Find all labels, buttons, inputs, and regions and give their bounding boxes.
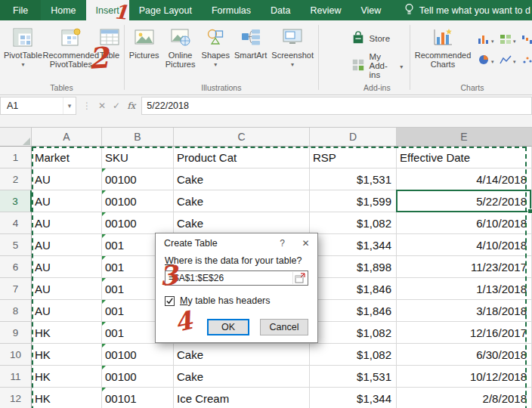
table-range-input[interactable]: =$A$1:$E$26 [165, 270, 308, 286]
cell-D11[interactable]: $1,531 [310, 366, 397, 388]
cell-D12[interactable]: $1,344 [310, 388, 397, 408]
row-header-6[interactable]: 6 [0, 256, 32, 278]
row-header-5[interactable]: 5 [0, 234, 32, 256]
cell-E8[interactable]: 3/18/2018 [397, 300, 532, 322]
cell-A1[interactable]: Market [32, 147, 102, 168]
cell-D8[interactable]: $1,846 [310, 300, 397, 322]
column-header-a[interactable]: A [32, 128, 102, 147]
cell-D2[interactable]: $1,531 [310, 168, 397, 190]
headers-checkbox[interactable] [165, 296, 175, 306]
cell-C4[interactable]: Cake [174, 212, 310, 234]
row-header-9[interactable]: 9 [0, 322, 32, 344]
cancel-entry-icon[interactable] [98, 100, 106, 111]
cell-A5[interactable]: AU [32, 234, 102, 256]
pivottable-button[interactable]: PivotTable [2, 22, 45, 71]
cell-E1[interactable]: Effective Date [397, 147, 532, 168]
column-chart-button[interactable] [478, 29, 498, 48]
tell-me-box[interactable]: Tell me what you want to d [404, 0, 532, 20]
ok-button[interactable]: OK [207, 319, 249, 335]
cell-D4[interactable]: $1,082 [310, 212, 397, 234]
ribbon-tab-data[interactable]: Data [261, 0, 300, 20]
cell-D10[interactable]: $1,082 [310, 344, 397, 366]
store-button[interactable]: Store [347, 28, 395, 49]
cell-C10[interactable]: Cake [174, 344, 310, 366]
cell-E6[interactable]: 11/23/2017 [397, 256, 532, 278]
cell-B12[interactable]: 00101 [102, 388, 174, 408]
pie-chart-button[interactable] [478, 50, 498, 69]
cell-B1[interactable]: SKU [102, 147, 174, 168]
my-addins-button[interactable]: My Add-ins [347, 49, 408, 82]
cell-B11[interactable]: 00100 [102, 366, 174, 388]
dialog-help-button[interactable] [271, 233, 294, 252]
column-header-b[interactable]: B [102, 128, 174, 147]
cell-B3[interactable]: 00100 [102, 190, 174, 212]
range-selector-button[interactable] [292, 272, 306, 284]
cell-B4[interactable]: 00100 [102, 212, 174, 234]
cell-C12[interactable]: Ice Cream [174, 388, 310, 408]
table-button[interactable]: Table [97, 22, 122, 61]
row-header-3[interactable]: 3 [0, 190, 32, 212]
hierarchy-chart-button[interactable] [500, 29, 520, 48]
waterfall-chart-button[interactable] [521, 29, 532, 48]
cell-E10[interactable]: 6/30/2018 [397, 344, 532, 366]
cell-D9[interactable]: $1,082 [310, 322, 397, 344]
cell-A3[interactable]: AU [32, 190, 102, 212]
screenshot-button[interactable]: Screenshot [269, 22, 316, 71]
row-header-7[interactable]: 7 [0, 278, 32, 300]
online-pictures-button[interactable]: Online Pictures [162, 22, 200, 70]
row-header-8[interactable]: 8 [0, 300, 32, 322]
ribbon-tab-file[interactable]: File [0, 0, 41, 20]
smartart-button[interactable]: SmartArt [232, 22, 269, 61]
cell-E3[interactable]: 5/22/2018 [397, 190, 532, 212]
cell-D6[interactable]: $1,898 [310, 256, 397, 278]
cell-D7[interactable]: $1,846 [310, 278, 397, 300]
cell-A10[interactable]: HK [32, 344, 102, 366]
cell-A9[interactable]: HK [32, 322, 102, 344]
ribbon-tab-formulas[interactable]: Formulas [202, 0, 261, 20]
confirm-entry-icon[interactable] [113, 100, 120, 111]
cell-A12[interactable]: HK [32, 388, 102, 408]
cell-C2[interactable]: Cake [174, 168, 310, 190]
insert-function-icon[interactable] [127, 100, 135, 111]
recommended-charts-button[interactable]: Recommended Charts [413, 22, 473, 70]
row-header-11[interactable]: 11 [0, 366, 32, 388]
formula-input[interactable]: 5/22/2018 [141, 97, 532, 115]
cell-D1[interactable]: RSP [310, 147, 397, 168]
shapes-button[interactable]: Shapes [200, 22, 232, 71]
cell-C3[interactable]: Cake [174, 190, 310, 212]
recommended-pivottables-button[interactable]: Recommended PivotTables [45, 22, 97, 70]
cell-E11[interactable]: 10/12/2018 [397, 366, 532, 388]
name-box[interactable]: A1 [0, 97, 76, 115]
row-header-2[interactable]: 2 [0, 168, 32, 190]
column-header-e[interactable]: E [397, 128, 532, 147]
cell-A6[interactable]: AU [32, 256, 102, 278]
column-header-c[interactable]: C [174, 128, 310, 147]
ribbon-tab-insert[interactable]: Insert [86, 0, 129, 20]
cell-B10[interactable]: 00100 [102, 344, 174, 366]
row-header-10[interactable]: 10 [0, 344, 32, 366]
cell-D3[interactable]: $1,599 [310, 190, 397, 212]
cell-D5[interactable]: $1,344 [310, 234, 397, 256]
scatter-chart-button[interactable] [521, 50, 532, 69]
pictures-button[interactable]: Pictures [127, 22, 162, 61]
row-header-4[interactable]: 4 [0, 212, 32, 234]
cell-C11[interactable]: Cake [174, 366, 310, 388]
cell-A2[interactable]: AU [32, 168, 102, 190]
ribbon-tab-page-layout[interactable]: Page Layout [129, 0, 202, 20]
cell-A11[interactable]: HK [32, 366, 102, 388]
ribbon-tab-review[interactable]: Review [300, 0, 351, 20]
row-header-1[interactable]: 1 [0, 147, 32, 168]
cell-A7[interactable]: AU [32, 278, 102, 300]
column-header-d[interactable]: D [310, 128, 397, 147]
cell-E5[interactable]: 4/10/2018 [397, 234, 532, 256]
name-box-dropdown-icon[interactable] [63, 97, 76, 114]
line-chart-button[interactable] [500, 50, 520, 69]
cell-E7[interactable]: 1/13/2018 [397, 278, 532, 300]
ribbon-tab-home[interactable]: Home [41, 0, 85, 20]
cell-B2[interactable]: 00100 [102, 168, 174, 190]
row-header-12[interactable]: 12 [0, 388, 32, 408]
select-all-corner[interactable] [0, 128, 32, 147]
cell-C1[interactable]: Product Cat [174, 147, 310, 168]
ribbon-tab-view[interactable]: View [351, 0, 391, 20]
dialog-close-button[interactable] [294, 233, 317, 252]
